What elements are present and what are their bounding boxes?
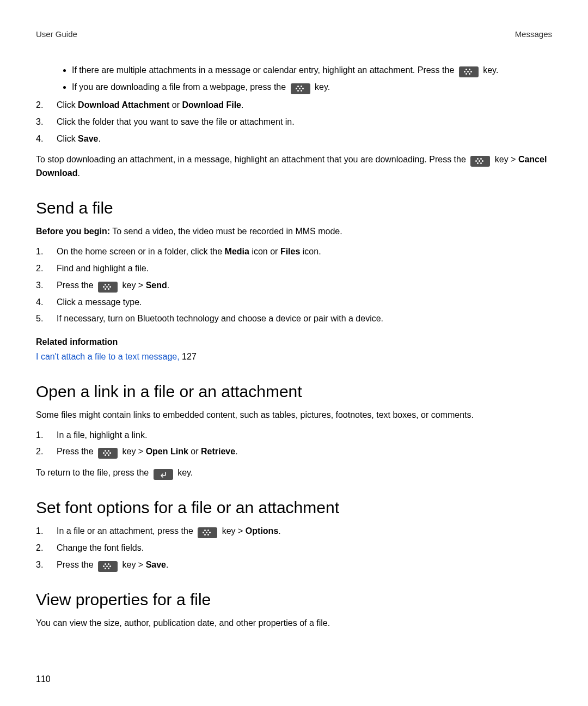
- step-number: 2.: [36, 99, 57, 112]
- page-number: 110: [36, 674, 51, 684]
- step-number: 2.: [36, 445, 57, 459]
- step-3: 3. Click the folder that you want to sav…: [36, 115, 552, 129]
- bold-text: Open Link: [146, 447, 188, 456]
- text: key >: [495, 155, 518, 164]
- stop-download-note: To stop downloading an attachment, in a …: [36, 153, 552, 180]
- step-text: Click Download Attachment or Download Fi…: [57, 99, 243, 112]
- bold-text: Save: [146, 560, 166, 569]
- step-5: 5. If necessary, turn on Bluetooth techn…: [36, 312, 552, 326]
- step-text: Click Save.: [57, 132, 101, 146]
- step-number: 4.: [36, 296, 57, 309]
- text: In a file or an attachment, press the: [57, 526, 195, 535]
- text: icon.: [300, 247, 321, 256]
- text: If there are multiple attachments in a m…: [72, 65, 457, 75]
- text: icon or: [249, 247, 280, 256]
- bb-menu-key-icon: [98, 561, 118, 572]
- bold-text: Save: [78, 134, 98, 143]
- step-3: 3. Press the key > Save.: [36, 558, 552, 572]
- bb-menu-key-icon: [470, 156, 490, 167]
- text: .: [77, 168, 79, 178]
- step-number: 3.: [36, 279, 57, 293]
- text: .: [241, 100, 243, 109]
- bb-menu-key-icon: [98, 448, 118, 459]
- step-number: 1.: [36, 245, 57, 259]
- step-1: 1. On the home screen or in a folder, cl…: [36, 245, 552, 259]
- text: Press the: [57, 281, 96, 290]
- header-left: User Guide: [36, 29, 77, 39]
- text: key >: [122, 281, 145, 290]
- step-4: 4. Click Save.: [36, 132, 552, 146]
- step-text: Press the key > Open Link or Retrieve.: [57, 445, 238, 459]
- step-2: 2. Click Download Attachment or Download…: [36, 99, 552, 112]
- step-text: Click the folder that you want to save t…: [57, 115, 295, 129]
- step-number: 2.: [36, 262, 57, 276]
- step-text: In a file, highlight a link.: [57, 429, 147, 442]
- bold-text: Media: [225, 247, 249, 256]
- intro-bullet-2: If you are downloading a file from a web…: [72, 81, 552, 94]
- page-header: User Guide Messages: [36, 29, 552, 39]
- step-number: 2.: [36, 541, 57, 555]
- text: key.: [177, 468, 193, 477]
- related-page-number: 127: [182, 352, 197, 361]
- step-text: If necessary, turn on Bluetooth technolo…: [57, 312, 383, 326]
- step-text: On the home screen or in a folder, click…: [57, 245, 321, 259]
- text: .: [166, 560, 168, 569]
- bb-menu-key-icon: [98, 282, 118, 293]
- step-text: Press the key > Send.: [57, 279, 169, 293]
- bold-text: Before you begin:: [36, 227, 110, 236]
- heading-send-a-file: Send a file: [36, 199, 552, 217]
- bold-text: Download File: [182, 100, 241, 109]
- intro-steps: 2. Click Download Attachment or Download…: [36, 99, 552, 145]
- view-properties-intro: You can view the size, author, publicati…: [36, 617, 552, 630]
- step-number: 5.: [36, 312, 57, 326]
- heading-open-link: Open a link in a file or an attachment: [36, 382, 552, 401]
- text: To return to the file, press the: [36, 468, 151, 477]
- text: or: [169, 100, 182, 109]
- bold-text: Retrieve: [201, 447, 235, 456]
- related-heading: Related information: [36, 337, 118, 346]
- intro-bullet-list: If there are multiple attachments in a m…: [36, 64, 552, 94]
- step-text: Change the font fields.: [57, 541, 144, 555]
- step-text: Find and highlight a file.: [57, 262, 149, 276]
- related-link[interactable]: I can't attach a file to a text message,: [36, 352, 182, 361]
- heading-font-options: Set font options for a file or an attach…: [36, 498, 552, 517]
- bold-text: Send: [146, 281, 167, 290]
- text: On the home screen or in a folder, click…: [57, 247, 225, 256]
- related-information: Related information I can't attach a fil…: [36, 336, 552, 364]
- text: or: [188, 447, 201, 456]
- text: key.: [483, 65, 498, 75]
- bb-menu-key-icon: [291, 83, 310, 94]
- intro-bullet-1: If there are multiple attachments in a m…: [72, 64, 552, 77]
- text: .: [278, 526, 280, 535]
- step-number: 3.: [36, 115, 57, 129]
- text: key >: [222, 526, 246, 535]
- send-file-steps: 1. On the home screen or in a folder, cl…: [36, 245, 552, 326]
- open-link-steps: 1. In a file, highlight a link. 2. Press…: [36, 429, 552, 459]
- step-1: 1. In a file or an attachment, press the…: [36, 525, 552, 538]
- bold-text: Download Attachment: [78, 100, 169, 109]
- text: Click: [57, 134, 78, 143]
- text: key >: [122, 447, 145, 456]
- step-1: 1. In a file, highlight a link.: [36, 429, 552, 442]
- step-number: 1.: [36, 525, 57, 538]
- return-note: To return to the file, press the key.: [36, 466, 552, 480]
- text: If you are downloading a file from a web…: [72, 82, 289, 92]
- step-text: In a file or an attachment, press the ke…: [57, 525, 281, 538]
- step-text: Click a message type.: [57, 296, 142, 309]
- step-number: 1.: [36, 429, 57, 442]
- text: To stop downloading an attachment, in a …: [36, 155, 468, 164]
- text: To send a video, the video must be recor…: [110, 227, 342, 236]
- text: Press the: [57, 447, 96, 456]
- text: key.: [315, 82, 330, 92]
- text: Press the: [57, 560, 96, 569]
- header-right: Messages: [515, 29, 552, 39]
- bold-text: Options: [246, 526, 278, 535]
- page: User Guide Messages If there are multipl…: [0, 0, 588, 706]
- step-2: 2. Find and highlight a file.: [36, 262, 552, 276]
- bb-menu-key-icon: [459, 66, 479, 77]
- text: .: [98, 134, 100, 143]
- step-3: 3. Press the key > Send.: [36, 279, 552, 293]
- before-you-begin: Before you begin: To send a video, the v…: [36, 225, 552, 239]
- back-key-icon: [154, 469, 173, 480]
- bold-text: Files: [280, 247, 300, 256]
